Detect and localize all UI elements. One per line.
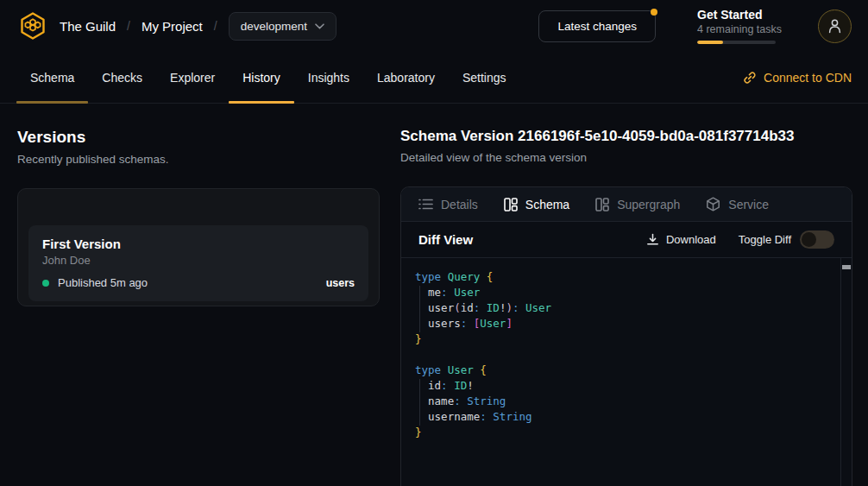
version-author: John Doe (42, 254, 355, 267)
version-detail-subtitle: Detailed view of the schema version (400, 151, 852, 164)
detail-tab-details[interactable]: Details (418, 198, 478, 211)
detail-tab-label: Details (441, 198, 478, 211)
download-icon (646, 233, 659, 246)
person-icon (827, 18, 842, 34)
top-bar: The Guild / My Project / development Lat… (0, 0, 868, 52)
version-detail-box: Details Schema (400, 186, 852, 486)
version-list-item[interactable]: First Version John Doe Published 5m ago … (28, 225, 368, 301)
service-badge: users (326, 277, 355, 289)
get-started-progress-fill (697, 41, 723, 44)
diff-view-header: Diff View Download Toggle Diff (401, 222, 852, 258)
nav-tab-explorer[interactable]: Explorer (156, 52, 229, 103)
nav-tab-label: Settings (462, 71, 506, 85)
get-started-progress-track (697, 41, 776, 44)
versions-subtitle: Recently published schemas. (17, 153, 380, 166)
main-content: Versions Recently published schemas. Fir… (0, 104, 868, 486)
nav-tab-checks[interactable]: Checks (88, 52, 156, 103)
toggle-knob (802, 232, 816, 247)
hive-logo-icon[interactable] (16, 10, 48, 42)
detail-tab-label: Supergraph (617, 198, 680, 211)
published-status-dot (42, 280, 49, 287)
chevron-down-icon (315, 23, 324, 29)
version-detail-panel: Schema Version 2166196f-5e10-4059-bd0a-0… (400, 104, 852, 486)
indent-guide (419, 286, 420, 332)
nav-tab-label: History (242, 71, 280, 85)
breadcrumb-org[interactable]: The Guild (60, 19, 116, 34)
get-started-subtitle: 4 remaining tasks (697, 23, 782, 35)
list-icon (418, 198, 433, 211)
nav-tab-history[interactable]: History (229, 52, 294, 103)
nav-tab-label: Laboratory (377, 71, 435, 85)
schema-code-viewer[interactable]: type Query { me: User user(id: ID!): Use… (401, 258, 852, 486)
link-icon (743, 71, 757, 85)
breadcrumb-project[interactable]: My Project (142, 19, 203, 34)
columns-icon (504, 198, 518, 211)
nav-tab-insights[interactable]: Insights (294, 52, 363, 103)
cube-icon (706, 197, 720, 211)
get-started-title: Get Started (697, 8, 782, 22)
connect-to-cdn-link[interactable]: Connect to CDN (743, 52, 852, 103)
version-status: Published 5m ago (58, 276, 148, 289)
nav-spacer (520, 52, 744, 103)
code-scrollbar[interactable] (840, 258, 852, 486)
version-name: First Version (42, 237, 355, 251)
code-scrollbar-thumb[interactable] (842, 265, 851, 269)
breadcrumb-separator: / (214, 19, 217, 33)
version-meta-row: Published 5m ago users (42, 276, 355, 289)
notification-dot (651, 9, 657, 16)
nav-tab-schema[interactable]: Schema (16, 52, 88, 103)
download-button[interactable]: Download (646, 233, 716, 246)
toggle-diff-control: Toggle Diff (739, 230, 834, 249)
project-nav: Schema Checks Explorer History Insights … (0, 52, 868, 104)
latest-changes-label: Latest changes (557, 20, 637, 33)
code-lines: type Query { me: User user(id: ID!): Use… (401, 258, 852, 440)
environment-selector-value: development (241, 20, 307, 33)
versions-title: Versions (17, 128, 380, 147)
latest-changes-button[interactable]: Latest changes (538, 10, 656, 42)
nav-tab-settings[interactable]: Settings (449, 52, 520, 103)
environment-selector[interactable]: development (229, 12, 337, 41)
connect-to-cdn-label: Connect to CDN (764, 71, 852, 85)
detail-tab-supergraph[interactable]: Supergraph (595, 198, 680, 211)
versions-card: First Version John Doe Published 5m ago … (17, 188, 380, 306)
breadcrumb: The Guild / My Project / development (60, 12, 337, 41)
detail-tab-schema[interactable]: Schema (504, 198, 569, 211)
detail-tab-label: Schema (525, 198, 569, 211)
detail-tab-label: Service (728, 198, 769, 211)
version-detail-title: Schema Version 2166196f-5e10-4059-bd0a-0… (400, 128, 852, 145)
download-label: Download (666, 233, 716, 246)
detail-tabs: Details Schema (401, 187, 852, 222)
get-started-widget[interactable]: Get Started 4 remaining tasks (697, 8, 782, 44)
nav-tab-label: Explorer (170, 71, 215, 85)
diff-actions: Download Toggle Diff (646, 230, 834, 249)
app-root: The Guild / My Project / development Lat… (0, 0, 868, 486)
versions-panel: Versions Recently published schemas. Fir… (17, 104, 380, 486)
indent-guide (419, 379, 420, 426)
nav-tab-label: Checks (102, 71, 142, 85)
detail-tab-service[interactable]: Service (706, 197, 769, 211)
breadcrumb-separator: / (127, 19, 130, 33)
nav-tab-laboratory[interactable]: Laboratory (363, 52, 449, 103)
toggle-diff-label: Toggle Diff (739, 233, 791, 246)
diff-view-title: Diff View (418, 232, 473, 247)
columns-icon (595, 198, 609, 211)
nav-tab-label: Insights (308, 71, 349, 85)
user-avatar[interactable] (818, 9, 852, 43)
toggle-diff-switch[interactable] (800, 230, 834, 249)
nav-tab-label: Schema (30, 71, 74, 85)
